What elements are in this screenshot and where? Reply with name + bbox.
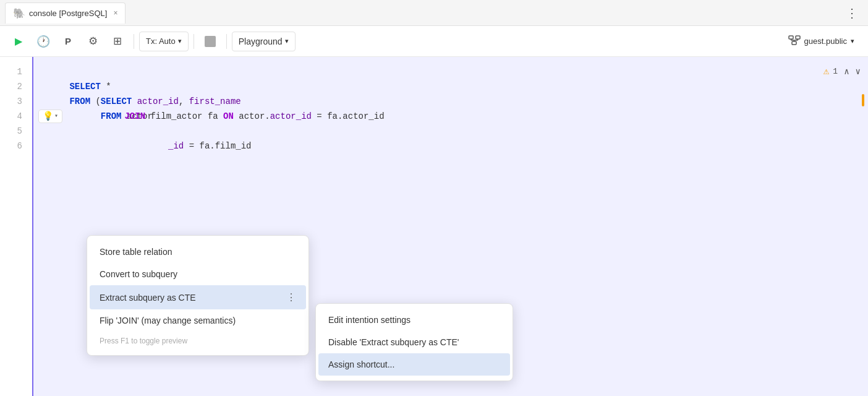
schema-icon — [788, 35, 801, 47]
schema-selector[interactable]: guest.public ▾ — [782, 33, 861, 50]
tab-label: console [PostgreSQL] — [29, 9, 107, 18]
line-number: 6 — [0, 139, 22, 153]
schema-label: guest.public — [804, 37, 847, 46]
pin-button[interactable]: P — [57, 30, 79, 53]
menu-item-extract[interactable]: Extract subquery as CTE ⋮ — [90, 285, 306, 309]
tab-close-button[interactable]: × — [113, 9, 117, 17]
grid-icon: ⊞ — [113, 35, 122, 48]
warning-count: 1 — [833, 64, 838, 79]
sub-menu-item-label: Disable 'Extract subquery as CTE' — [328, 337, 459, 347]
pin-icon: P — [65, 36, 71, 46]
svg-rect-1 — [796, 36, 800, 39]
history-icon: 🕐 — [36, 35, 50, 48]
settings-button[interactable]: ⚙ — [82, 30, 104, 53]
tx-dropdown[interactable]: Tx: Auto ▾ — [139, 32, 189, 51]
editor-area: 1 2 3 4 5 6 SELECT * FROM (SELECT actor_… — [0, 57, 868, 396]
menu-item-more-icon: ⋮ — [286, 291, 296, 303]
playground-label: Playground — [239, 37, 283, 46]
menu-item-label: Flip 'JOIN' (may change semantics) — [100, 316, 236, 325]
keyword-join: JOIN — [124, 109, 145, 124]
lightbulb-chevron-icon: ▾ — [54, 109, 58, 124]
keyword-select: SELECT — [69, 82, 100, 92]
postgres-icon: 🐘 — [13, 7, 25, 19]
tx-label: Tx: Auto — [146, 37, 176, 46]
code-line-4: 💡 ▾ JOIN film_actor fa ON actor.actor_id… — [38, 109, 868, 124]
sub-context-menu: Edit intention settings Disable 'Extract… — [315, 303, 513, 381]
sub-menu-item-assign[interactable]: Assign shortcut... — [318, 353, 510, 376]
lightbulb-icon: 💡 — [43, 109, 53, 124]
toolbar: ▶ 🕐 P ⚙ ⊞ Tx: Auto ▾ Playground ▾ — [0, 26, 868, 57]
menu-item-label: Extract subquery as CTE — [100, 293, 196, 303]
id-actor-id: actor_id — [137, 97, 179, 106]
nav-down-button[interactable]: ∨ — [853, 63, 863, 80]
id-first-name: first_name — [189, 97, 241, 106]
menu-item-label: Store table relation — [100, 247, 172, 257]
svg-rect-2 — [792, 41, 796, 45]
keyword-on: ON — [223, 109, 234, 124]
keyword-from: FROM — [69, 97, 90, 106]
console-tab[interactable]: 🐘 console [PostgreSQL] × — [5, 2, 126, 24]
playground-chevron-icon: ▾ — [285, 37, 289, 45]
menu-item-flip[interactable]: Flip 'JOIN' (may change semantics) — [87, 309, 308, 332]
run-button[interactable]: ▶ — [7, 30, 30, 53]
tab-more-button[interactable]: ⋮ — [841, 3, 863, 23]
divider-2 — [194, 34, 194, 49]
divider-1 — [134, 34, 134, 49]
run-icon: ▶ — [15, 35, 22, 47]
sub-menu-item-label: Edit intention settings — [328, 315, 411, 325]
tx-chevron-icon: ▾ — [178, 37, 182, 45]
sub-menu-item-disable[interactable]: Disable 'Extract subquery as CTE' — [316, 331, 513, 353]
nav-arrows: ∧ ∨ — [841, 63, 863, 80]
line-number: 4 — [0, 109, 22, 124]
settings-icon: ⚙ — [88, 35, 98, 48]
divider-3 — [226, 34, 227, 49]
stop-button[interactable] — [199, 30, 221, 53]
menu-footer: Press F1 to toggle preview — [87, 332, 308, 350]
warning-icon: ⚠ — [823, 64, 830, 79]
sub-menu-item-label: Assign shortcut... — [328, 359, 394, 369]
playground-dropdown[interactable]: Playground ▾ — [232, 32, 296, 51]
id-actor-id2: actor_id — [270, 109, 312, 124]
grid-button[interactable]: ⊞ — [106, 30, 129, 53]
code-line-2: FROM (SELECT actor_id, first_name — [38, 79, 868, 94]
line-number: 1 — [0, 64, 22, 79]
sub-menu-item-edit[interactable]: Edit intention settings — [316, 309, 513, 331]
menu-item-label: Convert to subquery — [100, 269, 177, 279]
keyword-select2: SELECT — [101, 97, 132, 106]
stop-icon — [205, 36, 216, 47]
lightbulb-button[interactable]: 💡 ▾ — [38, 110, 62, 123]
history-button[interactable]: 🕐 — [32, 30, 54, 53]
context-menu: Store table relation Convert to subquery… — [87, 235, 309, 356]
scrollbar-indicator — [862, 94, 864, 106]
code-line-5: _id = fa.film_id — [38, 124, 868, 139]
tab-bar: 🐘 console [PostgreSQL] × ⋮ — [0, 0, 868, 26]
line-number: 5 — [0, 124, 22, 139]
line-numbers: 1 2 3 4 5 6 — [0, 57, 32, 396]
line-number: 3 — [0, 94, 22, 109]
schema-chevron-icon: ▾ — [851, 37, 854, 45]
nav-up-button[interactable]: ∧ — [841, 63, 851, 80]
line-number: 2 — [0, 79, 22, 94]
menu-item-store[interactable]: Store table relation — [87, 241, 308, 263]
warning-area: ⚠ 1 ∧ ∨ — [823, 63, 863, 80]
code-line-1: SELECT * — [38, 64, 868, 79]
svg-rect-0 — [789, 36, 793, 39]
menu-item-convert[interactable]: Convert to subquery — [87, 263, 308, 285]
